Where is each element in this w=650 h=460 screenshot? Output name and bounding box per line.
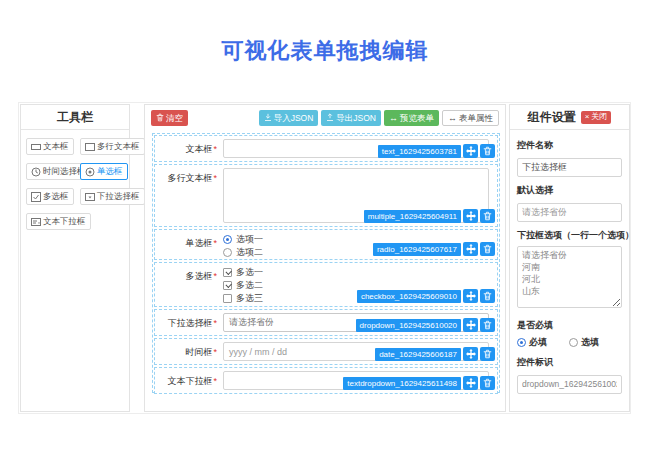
drag-handle-button[interactable]: [463, 289, 478, 303]
toolbox-item-textselect[interactable]: 文本下拉框: [26, 213, 91, 230]
form-field-row-checkbox[interactable]: 多选框*多选一多选二多选三checkbox_1629425609010: [154, 262, 498, 307]
checkbox-unchecked-icon[interactable]: [223, 294, 232, 303]
settings-header: 组件设置 × 关闭: [510, 105, 629, 130]
select-value: 请选择省份: [229, 316, 274, 329]
form-field-row-text[interactable]: 文本下拉框*textdropdown_1629425611498: [154, 367, 498, 394]
drag-handle-button[interactable]: [463, 209, 478, 223]
drag-handle-button[interactable]: [463, 144, 478, 158]
upload-icon: [326, 113, 334, 124]
form-field-row-radio[interactable]: 单选框*选项一选项二radio_1629425607617: [154, 229, 498, 260]
dropdown-icon: [85, 192, 95, 202]
checkbox-icon: [31, 192, 41, 202]
trash-icon: [483, 378, 492, 388]
textdropdown-icon: [31, 217, 41, 227]
required-radio-group: 必填选填: [517, 336, 622, 349]
required-asterisk: *: [213, 318, 217, 328]
drag-handle-button[interactable]: [463, 318, 478, 332]
toolbox-item-textarea[interactable]: 多行文本框: [80, 138, 145, 155]
field-id-badge: text_1629425603781: [378, 145, 461, 158]
required-asterisk: *: [213, 173, 217, 183]
control-id-input[interactable]: [517, 375, 622, 394]
radio-checked-icon[interactable]: [223, 235, 232, 244]
close-settings-label: 关闭: [591, 113, 607, 121]
option-label: 选项二: [236, 246, 263, 259]
required-option-checked[interactable]: 必填: [517, 336, 569, 349]
field-label: 下拉选择框*: [157, 313, 217, 332]
import-json-label: 导入JSON: [274, 114, 314, 123]
settings-panel: 组件设置 × 关闭 控件名称 默认选择 下拉框选项（一行一个选项） 是否必填 必…: [509, 104, 630, 412]
delete-field-button[interactable]: [480, 347, 495, 361]
field-label: 文本框*: [157, 139, 217, 158]
delete-field-button[interactable]: [480, 318, 495, 332]
import-json-button[interactable]: 导入JSON: [259, 110, 319, 126]
required-asterisk: *: [213, 271, 217, 281]
dropdown-options-label: 下拉框选项（一行一个选项）: [517, 229, 622, 242]
clear-form-button[interactable]: 清空: [151, 110, 188, 126]
drag-handle-button[interactable]: [463, 347, 478, 361]
toolbox-item-checkbox[interactable]: 多选框: [26, 188, 74, 205]
option-label: 多选三: [236, 292, 263, 305]
checkbox-option[interactable]: 多选一: [223, 266, 489, 279]
close-settings-button[interactable]: × 关闭: [581, 111, 612, 124]
default-choice-input[interactable]: [517, 203, 622, 222]
move-icon: [466, 378, 476, 388]
radio-unchecked-icon[interactable]: [569, 338, 578, 347]
trash-icon: [483, 320, 492, 330]
field-id-badge: textdropdown_1629425611498: [343, 377, 461, 390]
required-toggle-label: 是否必填: [517, 319, 622, 332]
toolbox-item-text[interactable]: 文本框: [26, 138, 74, 155]
checkbox-checked-icon[interactable]: [223, 281, 232, 290]
move-icon: [466, 349, 476, 359]
form-field-row-textarea[interactable]: 多行文本框*multiple_1629425604911: [154, 164, 498, 227]
required-option-unchecked[interactable]: 选填: [569, 336, 621, 349]
field-label: 多选框*: [157, 266, 217, 303]
required-asterisk: *: [213, 238, 217, 248]
delete-field-button[interactable]: [480, 242, 495, 256]
field-label: 单选框*: [157, 233, 217, 256]
trash-icon: [483, 244, 492, 254]
move-icon: [466, 146, 476, 156]
trash-icon: [483, 211, 492, 221]
field-id-badge: dropdown_1629425610020: [356, 319, 461, 332]
export-json-button[interactable]: 导出JSON: [321, 110, 381, 126]
field-id-badge: checkbox_1629425609010: [357, 290, 461, 303]
field-actions: textdropdown_1629425611498: [343, 376, 495, 390]
field-actions: date_1629425606187: [375, 347, 495, 361]
canvas-toolbar: 清空 导入JSON 导出JSON ↔ 预览表单: [151, 109, 499, 127]
form-field-row-text[interactable]: 文本框*text_1629425603781: [154, 135, 498, 162]
delete-field-button[interactable]: [480, 289, 495, 303]
field-actions: checkbox_1629425609010: [357, 289, 495, 303]
form-properties-button[interactable]: ↔ 表单属性: [442, 110, 499, 126]
toolbox-item-select[interactable]: 下拉选择框: [80, 188, 145, 205]
drag-handle-button[interactable]: [463, 376, 478, 390]
toolbox-grid: 文本框多行文本框时间选择框单选框多选框下拉选择框文本下拉框: [21, 130, 129, 238]
form-field-row-date[interactable]: 时间框*yyyy / mm / dddate_1629425606187: [154, 338, 498, 365]
settings-body: 控件名称 默认选择 下拉框选项（一行一个选项） 是否必填 必填选填 控件标识: [510, 130, 629, 396]
control-name-input[interactable]: [517, 158, 622, 177]
form-field-row-select[interactable]: 下拉选择框*请选择省份▾dropdown_1629425610020: [154, 309, 498, 336]
radio-checked-icon[interactable]: [517, 338, 526, 347]
delete-field-button[interactable]: [480, 209, 495, 223]
move-icon: [466, 244, 476, 254]
required-option-label: 必填: [529, 336, 547, 349]
toolbox-item-radio[interactable]: 单选框: [80, 163, 128, 180]
toolbox-item-label: 多选框: [43, 191, 69, 203]
field-actions: text_1629425603781: [378, 144, 495, 158]
toolbox-item-label: 单选框: [97, 166, 123, 178]
control-name-label: 控件名称: [517, 139, 622, 152]
radio-unchecked-icon[interactable]: [223, 248, 232, 257]
drag-handle-button[interactable]: [463, 242, 478, 256]
clear-form-label: 清空: [166, 114, 183, 123]
preview-form-button[interactable]: ↔ 预览表单: [384, 110, 439, 126]
checkbox-checked-icon[interactable]: [223, 268, 232, 277]
form-drop-canvas[interactable]: 文本框*text_1629425603781多行文本框*multiple_162…: [152, 133, 500, 393]
move-icon: [466, 291, 476, 301]
dropdown-options-textarea[interactable]: [517, 246, 622, 308]
toolbox-header: 工具栏: [21, 105, 129, 130]
delete-field-button[interactable]: [480, 376, 495, 390]
field-actions: dropdown_1629425610020: [356, 318, 495, 332]
control-id-label: 控件标识: [517, 356, 622, 369]
delete-field-button[interactable]: [480, 144, 495, 158]
settings-title: 组件设置: [528, 105, 576, 129]
toolbox-item-label: 文本下拉框: [43, 216, 86, 228]
